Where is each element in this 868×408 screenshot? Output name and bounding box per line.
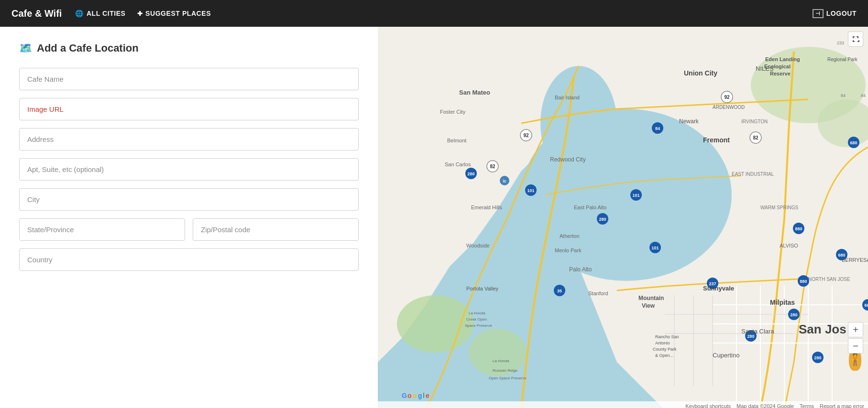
cafe-name-input[interactable] [19, 68, 359, 90]
zoom-controls: + − [848, 322, 863, 354]
svg-text:San Jos: San Jos [799, 322, 846, 336]
report-error-link[interactable]: Report a map error [820, 403, 864, 408]
keyboard-shortcuts[interactable]: Keyboard shortcuts [685, 403, 731, 408]
svg-text:Fremont: Fremont [703, 136, 730, 144]
plus-icon: ✚ [137, 10, 143, 17]
svg-text:NORTH SAN JOSE: NORTH SAN JOSE [808, 277, 850, 282]
address-input[interactable] [19, 128, 359, 150]
svg-text:Creek Open: Creek Open [466, 317, 487, 322]
map-footer: Keyboard shortcuts Map data ©2024 Google… [378, 401, 868, 408]
nav-all-cities[interactable]: 🌐 ALL CITIES [75, 10, 125, 17]
state-input[interactable] [19, 218, 185, 241]
country-input[interactable] [19, 248, 359, 271]
svg-text:880: 880 [795, 226, 802, 231]
svg-text:Emerald Hills: Emerald Hills [471, 204, 502, 210]
svg-text:Bair Island: Bair Island [555, 95, 580, 100]
terms-link[interactable]: Terms [800, 403, 814, 408]
svg-text:Woodside: Woodside [466, 243, 490, 248]
svg-text:880: 880 [800, 279, 807, 284]
svg-text:92: 92 [724, 95, 730, 100]
svg-text:82: 82 [753, 135, 758, 140]
logout-button[interactable]: ⊣ LOGOUT [813, 9, 857, 18]
nav-suggest-places[interactable]: ✚ SUGGEST PLACES [137, 10, 211, 17]
svg-text:o: o [413, 392, 417, 399]
svg-point-4 [397, 295, 473, 353]
globe-icon: 🌐 [75, 10, 84, 17]
svg-text:Eden Landing: Eden Landing [765, 56, 800, 62]
zip-input[interactable] [193, 218, 359, 241]
svg-text:Regional Park: Regional Park [827, 57, 858, 62]
svg-text:Union City: Union City [684, 69, 717, 77]
svg-text:La Honda: La Honda [469, 311, 485, 315]
svg-text:Foster City: Foster City [440, 109, 466, 115]
svg-text:o: o [407, 392, 412, 399]
svg-text:Reserve: Reserve [770, 71, 791, 76]
svg-text:IRVINGTON: IRVINGTON [741, 119, 768, 124]
map-expand-button[interactable] [848, 32, 863, 47]
svg-text:Rancho San: Rancho San [655, 334, 679, 339]
form-title: 🗺️ Add a Cafe Location [19, 42, 359, 54]
svg-text:Redwood City: Redwood City [550, 156, 586, 163]
site-logo[interactable]: Cafe & Wifi [11, 8, 62, 19]
svg-text:Sunnyvale: Sunnyvale [703, 285, 734, 292]
map-pin-icon: 🗺️ [19, 42, 32, 54]
svg-text:Space Preserve: Space Preserve [465, 323, 492, 328]
svg-text:Milpitas: Milpitas [770, 299, 795, 306]
svg-text:Open Space Preserve: Open Space Preserve [489, 376, 527, 380]
svg-text:101: 101 [527, 188, 534, 193]
svg-text:84: 84 [655, 126, 660, 131]
main-content: 🗺️ Add a Cafe Location [0, 27, 868, 408]
svg-text:San Carlos: San Carlos [445, 161, 471, 167]
svg-text:BERRYESA: BERRYESA [842, 257, 868, 263]
svg-text:WARM SPRINGS: WARM SPRINGS [760, 205, 798, 210]
svg-text:Stanford: Stanford [588, 290, 608, 296]
svg-text:Cupertino: Cupertino [713, 352, 739, 359]
svg-text:101: 101 [651, 246, 659, 250]
svg-text:l: l [423, 392, 425, 399]
svg-text:EAST INDUSTRIAL: EAST INDUSTRIAL [732, 172, 774, 177]
svg-text:101: 101 [632, 193, 639, 198]
svg-text:ALVISO: ALVISO [780, 243, 798, 248]
apt-input[interactable] [19, 158, 359, 181]
svg-text:Russian Ridge: Russian Ridge [493, 368, 518, 373]
svg-text:84: 84 [861, 93, 866, 98]
svg-text:ic: ic [503, 179, 506, 183]
svg-text:Santa Clara: Santa Clara [741, 328, 774, 335]
svg-text:280: 280 [467, 172, 474, 176]
svg-text:280: 280 [814, 355, 821, 360]
svg-text:Newark: Newark [679, 118, 699, 125]
svg-text:Mountain: Mountain [638, 295, 664, 301]
logout-icon: ⊣ [813, 9, 824, 18]
svg-text:Belmont: Belmont [447, 138, 466, 143]
svg-text:Palo Alto: Palo Alto [569, 266, 592, 273]
city-input[interactable] [19, 188, 359, 211]
state-zip-row [19, 218, 359, 241]
image-url-input[interactable] [19, 98, 359, 120]
svg-text:San Mateo: San Mateo [459, 89, 490, 96]
svg-text:View: View [642, 302, 655, 309]
svg-text:ARDENWOOD: ARDENWOOD [713, 105, 745, 110]
map-container[interactable]: 92 82 92 82 280 101 101 280 101 880 [378, 27, 868, 408]
zoom-in-button[interactable]: + [848, 322, 863, 337]
svg-text:Portola Valley: Portola Valley [466, 286, 499, 291]
svg-text:233: 233 [837, 41, 844, 45]
svg-text:G: G [402, 392, 407, 399]
svg-text:Menlo Park: Menlo Park [555, 247, 582, 253]
header: Cafe & Wifi 🌐 ALL CITIES ✚ SUGGEST PLACE… [0, 0, 868, 27]
zoom-out-button[interactable]: − [848, 338, 863, 354]
svg-text:Antonio: Antonio [655, 341, 670, 345]
svg-text:East Palo Alto: East Palo Alto [574, 204, 607, 210]
svg-text:35: 35 [557, 289, 562, 293]
svg-text:e: e [426, 392, 429, 399]
map-panel: 92 82 92 82 280 101 101 280 101 880 [378, 27, 868, 408]
svg-point-9 [540, 66, 617, 181]
svg-text:Atherton: Atherton [560, 233, 580, 239]
svg-text:680: 680 [850, 140, 857, 145]
svg-text:County Park: County Park [653, 347, 677, 352]
svg-text:84: 84 [841, 93, 846, 98]
form-panel: 🗺️ Add a Cafe Location [0, 27, 378, 408]
svg-text:& Open...: & Open... [655, 353, 673, 358]
svg-text:g: g [418, 392, 422, 399]
svg-text:82: 82 [490, 164, 495, 169]
map-attribution: Map data ©2024 Google [736, 403, 794, 408]
